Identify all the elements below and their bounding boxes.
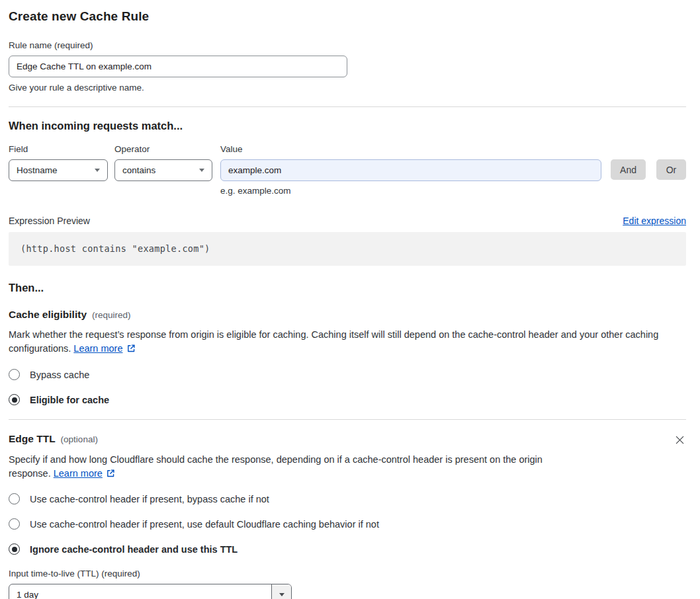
radio-bypass-cache[interactable]: Bypass cache: [9, 369, 686, 380]
operator-select[interactable]: contains: [114, 159, 212, 181]
operator-label: Operator: [114, 144, 212, 154]
field-select-value: Hostname: [17, 165, 58, 175]
condition-row: Field Hostname Operator contains Value e…: [9, 144, 686, 196]
chevron-down-icon: [95, 169, 100, 172]
edge-ttl-title: Edge TTL: [9, 433, 56, 445]
chevron-down-icon: [279, 593, 284, 596]
edge-ttl-description: Specify if and how long Cloudflare shoul…: [9, 453, 568, 481]
operator-select-value: contains: [122, 165, 155, 175]
cache-eligibility-options: Bypass cache Eligible for cache: [9, 369, 686, 405]
and-button[interactable]: And: [611, 159, 646, 180]
rule-name-label: Rule name (required): [9, 40, 686, 50]
ttl-input-group: Input time-to-live (TTL) (required) 1 da…: [9, 569, 686, 599]
ttl-combobox[interactable]: 1 day: [9, 584, 292, 599]
radio-icon: [9, 493, 20, 504]
operator-column: Operator contains: [114, 144, 212, 181]
radio-label: Use cache-control header if present, byp…: [30, 494, 269, 504]
radio-label: Use cache-control header if present, use…: [30, 519, 379, 530]
value-hint: e.g. example.com: [220, 186, 601, 196]
ttl-value[interactable]: 1 day: [9, 584, 271, 599]
radio-eligible-for-cache[interactable]: Eligible for cache: [9, 394, 686, 405]
edge-ttl-title-row: Edge TTL (optional): [9, 433, 98, 445]
radio-icon: [9, 369, 20, 380]
ttl-dropdown-button[interactable]: [271, 584, 291, 599]
close-icon: [675, 435, 685, 445]
divider: [9, 419, 686, 420]
edit-expression-link[interactable]: Edit expression: [623, 216, 686, 226]
radio-label: Bypass cache: [30, 370, 89, 380]
edge-ttl-learn-more-link[interactable]: Learn more: [54, 468, 103, 479]
radio-selected-icon: [9, 394, 20, 405]
radio-label: Ignore cache-control header and use this…: [30, 544, 238, 555]
cache-eligibility-title: Cache eligibility: [9, 309, 87, 321]
rule-name-input[interactable]: [9, 56, 347, 77]
value-label: Value: [220, 144, 601, 154]
cache-eligibility-required-badge: (required): [92, 310, 131, 320]
expression-preview-header: Expression Preview Edit expression: [9, 216, 686, 226]
rule-name-group: Rule name (required) Give your rule a de…: [9, 40, 686, 93]
value-input[interactable]: [220, 159, 601, 181]
learn-more-label: Learn more: [54, 468, 103, 479]
radio-ignore-header-use-ttl[interactable]: Ignore cache-control header and use this…: [9, 543, 686, 555]
external-link-icon: [126, 344, 136, 353]
close-edge-ttl-button[interactable]: [674, 434, 686, 446]
radio-label: Eligible for cache: [30, 395, 109, 405]
value-column: Value e.g. example.com: [220, 144, 601, 196]
field-column: Field Hostname: [9, 144, 108, 181]
learn-more-label: Learn more: [73, 343, 122, 354]
field-label: Field: [9, 144, 108, 154]
cache-eligibility-description: Mark whether the request’s response from…: [9, 328, 681, 356]
edge-ttl-header: Edge TTL (optional): [9, 433, 686, 446]
chevron-down-icon: [199, 169, 204, 172]
cache-eligibility-learn-more-link[interactable]: Learn more: [73, 343, 122, 354]
page-title: Create new Cache Rule: [9, 9, 686, 24]
then-heading: Then...: [9, 282, 686, 294]
or-button[interactable]: Or: [656, 159, 686, 180]
radio-icon: [9, 518, 20, 530]
create-cache-rule-form: Create new Cache Rule Rule name (require…: [0, 0, 700, 599]
rule-name-helper: Give your rule a descriptive name.: [9, 83, 686, 93]
radio-use-header-bypass[interactable]: Use cache-control header if present, byp…: [9, 493, 686, 504]
radio-selected-icon: [9, 543, 20, 555]
conjunction-buttons: And Or: [611, 159, 686, 180]
cache-eligibility-header: Cache eligibility (required): [9, 309, 686, 321]
match-heading: When incoming requests match...: [9, 120, 686, 132]
ttl-label: Input time-to-live (TTL) (required): [9, 569, 686, 579]
radio-use-header-default[interactable]: Use cache-control header if present, use…: [9, 518, 686, 530]
edge-ttl-optional-badge: (optional): [61, 434, 98, 444]
expression-preview-code: (http.host contains "example.com"): [9, 232, 686, 266]
divider: [9, 106, 686, 107]
field-select[interactable]: Hostname: [9, 159, 108, 181]
edge-ttl-options: Use cache-control header if present, byp…: [9, 493, 686, 555]
expression-preview-label: Expression Preview: [9, 216, 90, 226]
external-link-icon: [106, 469, 115, 478]
